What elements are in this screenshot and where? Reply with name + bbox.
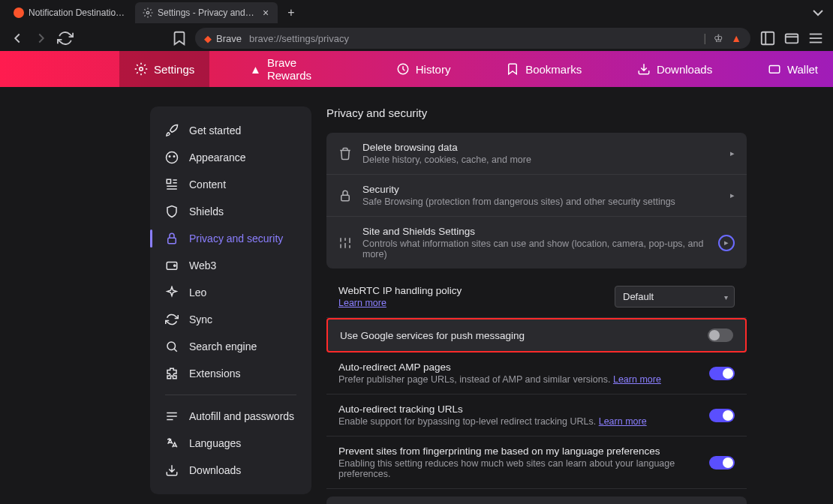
reload-button[interactable]: [57, 30, 74, 46]
bookmark-icon[interactable]: [171, 30, 188, 46]
card-title: Delete browsing data: [362, 142, 720, 153]
card-sub: Delete history, cookies, cache, and more: [362, 154, 720, 165]
sidebar-item-appearance[interactable]: Appearance: [150, 144, 311, 171]
toggle-amp[interactable]: [709, 367, 735, 380]
card-delete-data[interactable]: Delete browsing dataDelete history, cook…: [326, 133, 747, 174]
sparkle-icon: [165, 286, 179, 299]
forward-button[interactable]: [33, 30, 50, 46]
sidepanel-icon[interactable]: [759, 30, 776, 46]
row-amp: Auto-redirect AMP pages Prefer publisher…: [326, 352, 747, 394]
card-sub: Controls what information sites can use …: [362, 238, 708, 260]
web3-icon: [165, 259, 179, 272]
search-icon: [165, 340, 179, 353]
topnav-history[interactable]: History: [381, 51, 466, 87]
toggle-tracking[interactable]: [709, 409, 735, 422]
sidebar-item-web3[interactable]: Web3: [150, 252, 311, 279]
sidebar-item-leo[interactable]: Leo: [150, 279, 311, 306]
topnav-downloads[interactable]: Downloads: [622, 51, 727, 87]
row-fingerprinting: Prevent sites from fingerprinting me bas…: [326, 436, 747, 489]
shield-ext-icon[interactable]: ♔: [714, 32, 723, 44]
tab-settings[interactable]: Settings - Privacy and security ×: [135, 2, 278, 23]
select-value: Default: [623, 291, 654, 302]
triangle-ext-icon[interactable]: ▲: [731, 32, 741, 44]
sidebar: Get started Appearance Content Shields P…: [150, 106, 311, 494]
row-title: Auto-redirect tracking URLs: [338, 404, 699, 415]
history-icon: [396, 62, 410, 76]
topnav-label: History: [416, 63, 451, 76]
lock-icon: [338, 189, 352, 202]
sidebar-item-autofill[interactable]: Autofill and passwords: [150, 403, 311, 430]
row-sub: Enabling this setting reduces how much w…: [338, 458, 699, 479]
address-bar[interactable]: ◆ Brave brave://settings/privacy | ♔ ▲: [195, 28, 750, 49]
tab-notification-destinations[interactable]: Notification Destinations | Bushfire: [6, 2, 134, 23]
webrtc-select[interactable]: Default: [615, 286, 735, 308]
sidebar-item-label: Leo: [189, 286, 206, 298]
bookmark-icon: [506, 62, 519, 76]
topnav-settings[interactable]: Settings: [119, 51, 209, 87]
back-button[interactable]: [9, 30, 26, 46]
sidebar-item-languages[interactable]: Languages: [150, 430, 311, 457]
sidebar-item-search[interactable]: Search engine: [150, 333, 311, 360]
tab-favicon: [14, 8, 24, 18]
lock-icon: [165, 232, 179, 245]
topnav-rewards[interactable]: ▲ Brave Rewards: [235, 51, 356, 87]
card-title: Security: [362, 184, 720, 195]
topnav-bookmarks[interactable]: Bookmarks: [491, 51, 597, 87]
chevron-right-icon: ▸: [730, 148, 735, 158]
topnav-wallet[interactable]: Wallet: [753, 51, 833, 87]
sidebar-item-downloads[interactable]: Downloads: [150, 457, 311, 484]
toolbar-right: [759, 30, 824, 46]
chevron-right-icon: ▸: [718, 235, 735, 251]
svg-rect-26: [341, 195, 350, 201]
sidebar-item-shields[interactable]: Shields: [150, 198, 311, 225]
row-title: Auto-redirect AMP pages: [338, 362, 699, 373]
address-extensions: | ♔ ▲: [704, 32, 742, 44]
card-security[interactable]: SecuritySafe Browsing (protection from d…: [326, 174, 747, 216]
sidebar-item-sync[interactable]: Sync: [150, 306, 311, 333]
sidebar-item-get-started[interactable]: Get started: [150, 117, 311, 144]
menu-icon[interactable]: [807, 30, 824, 46]
row-sub: Enable support for bypassing top-level r…: [338, 416, 699, 427]
card-site-settings[interactable]: Site and Shields SettingsControls what i…: [326, 216, 747, 268]
sidebar-item-label: Autofill and passwords: [189, 410, 294, 422]
sidebar-item-content[interactable]: Content: [150, 171, 311, 198]
palette-icon: [165, 151, 179, 164]
row-webrtc: WebRTC IP handling policy Learn more Def…: [326, 276, 747, 318]
row-title: WebRTC IP handling policy: [338, 285, 604, 296]
shield-icon: [165, 205, 179, 218]
sidebar-item-extensions[interactable]: Extensions: [150, 360, 311, 387]
svg-rect-9: [769, 66, 780, 74]
autofill-icon: [165, 410, 179, 423]
sidebar-item-label: Downloads: [189, 464, 241, 476]
toolbar: ◆ Brave brave://settings/privacy | ♔ ▲: [0, 26, 833, 51]
sidebar-item-label: Web3: [189, 260, 216, 272]
learn-more-link[interactable]: Learn more: [613, 374, 661, 385]
sidebar-divider: [165, 394, 296, 395]
svg-point-11: [169, 156, 170, 158]
sidebar-item-label: Extensions: [189, 368, 240, 380]
row-google-push: Use Google services for push messaging: [326, 318, 747, 352]
tab-title: Notification Destinations | Bushfire: [29, 8, 126, 18]
sidebar-item-label: Appearance: [189, 152, 246, 164]
sidebar-item-label: Get started: [189, 124, 241, 136]
wallet-icon[interactable]: [783, 30, 800, 46]
chevron-down-icon[interactable]: [809, 4, 827, 22]
sidebar-item-label: Privacy and security: [189, 232, 283, 244]
content: Privacy and security Delete browsing dat…: [311, 87, 769, 504]
close-icon[interactable]: ×: [261, 8, 270, 18]
new-tab-button[interactable]: +: [282, 4, 300, 22]
row-dnt[interactable]: Send a "Do Not Track" request with your …: [326, 496, 747, 504]
card-sub: Safe Browsing (protection from dangerous…: [362, 196, 720, 207]
row-tracking-urls: Auto-redirect tracking URLs Enable suppo…: [326, 394, 747, 436]
topnav-label: Brave Rewards: [267, 56, 341, 82]
content-icon: [165, 178, 179, 191]
url-text: brave://settings/privacy: [249, 33, 349, 44]
svg-point-10: [167, 152, 178, 164]
sidebar-item-privacy[interactable]: Privacy and security: [150, 225, 311, 252]
toggle-google-push[interactable]: [708, 328, 733, 342]
sidebar-item-label: Languages: [189, 437, 241, 449]
toggle-fingerprint[interactable]: [709, 456, 735, 470]
learn-more-link[interactable]: Learn more: [599, 416, 647, 427]
sidebar-item-label: Search engine: [189, 340, 257, 352]
learn-more-link[interactable]: Learn more: [338, 298, 386, 308]
